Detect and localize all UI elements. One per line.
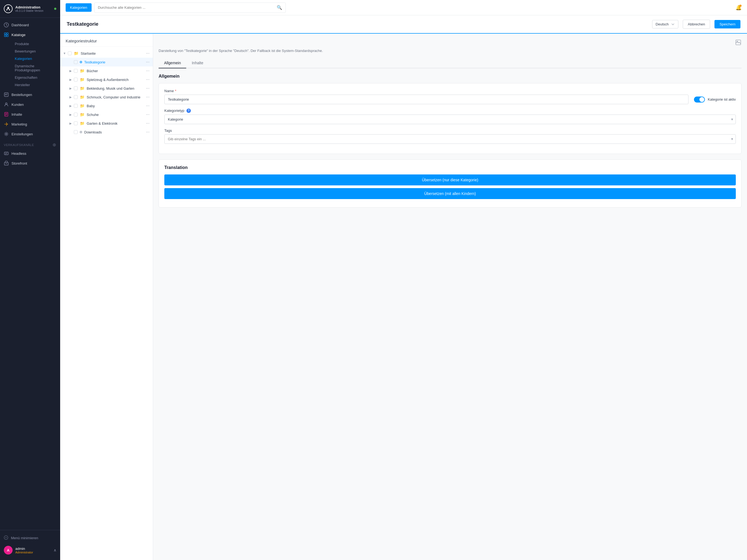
sidebar-item-marketing[interactable]: Marketing (0, 119, 60, 129)
downloads-active-dot (80, 131, 82, 133)
cat-row-startseite[interactable]: ▼ 📁 Startseite ··· (60, 49, 153, 58)
cat-row-testkategorie[interactable]: Testkategorie ··· (60, 58, 153, 67)
translate-only-button[interactable]: Übersetzen (nur diese Kategorie) (164, 175, 736, 185)
cat-row-downloads[interactable]: Downloads ··· (60, 128, 153, 136)
garten-checkbox[interactable] (74, 121, 78, 125)
buecher-menu-icon[interactable]: ··· (146, 68, 150, 73)
app-version: v6.3.1.0 Stable Version (15, 9, 44, 12)
status-dot (54, 8, 56, 10)
tab-allgemein[interactable]: Allgemein (159, 58, 186, 68)
garten-menu-icon[interactable]: ··· (146, 121, 150, 126)
channel-headless-label: Headless (11, 152, 26, 156)
spielzeug-menu-icon[interactable]: ··· (146, 77, 150, 82)
cat-row-buecher[interactable]: ▶ 📁 Bücher ··· (60, 67, 153, 75)
app-title-group: Administration v6.3.1.0 Stable Version (15, 5, 44, 12)
spielzeug-chevron-icon[interactable]: ▶ (68, 77, 73, 82)
sidebar-item-kataloge[interactable]: Kataloge (0, 30, 60, 40)
topbar-right: 🔔 (736, 5, 742, 11)
sidebar-subitem-hersteller[interactable]: Hersteller (11, 81, 60, 88)
testkategorie-menu-icon[interactable]: ··· (146, 59, 150, 65)
language-selector[interactable]: Deutsch (652, 20, 678, 28)
sidebar-item-dashboard[interactable]: Dashboard (0, 20, 60, 30)
kategorietype-select[interactable]: Kategorie (164, 114, 736, 124)
startseite-folder-icon: 📁 (74, 51, 78, 55)
sidebar-logo: Administration v6.3.1.0 Stable Version (0, 0, 60, 18)
schmuck-checkbox[interactable] (74, 95, 78, 99)
downloads-menu-icon[interactable]: ··· (146, 130, 150, 134)
testkategorie-checkbox[interactable] (74, 60, 78, 64)
spielzeug-checkbox[interactable] (74, 78, 78, 81)
startseite-menu-icon[interactable]: ··· (146, 51, 150, 56)
search-input[interactable] (98, 5, 275, 9)
name-input[interactable] (164, 95, 689, 104)
schmuck-label: Schmuck, Computer und Industrie (87, 95, 145, 99)
schuhe-checkbox[interactable] (74, 113, 78, 117)
buecher-checkbox[interactable] (74, 69, 78, 73)
translate-all-button[interactable]: Übersetzen (mit allen Kindern) (164, 188, 736, 199)
channel-storefront[interactable]: Storefront (0, 158, 60, 168)
sidebar-subitem-bewertungen[interactable]: Bewertungen (11, 48, 60, 55)
translation-title: Translation (164, 165, 736, 170)
sidebar-subitem-produkte[interactable]: Produkte (11, 40, 60, 48)
downloads-checkbox[interactable] (74, 130, 78, 134)
svg-rect-3 (4, 33, 6, 34)
bekleidung-checkbox[interactable] (74, 86, 78, 90)
startseite-checkbox[interactable] (68, 51, 72, 55)
baby-checkbox[interactable] (74, 104, 78, 108)
user-avatar: A (4, 546, 12, 555)
sidebar-item-inhalte[interactable]: Inhalte (0, 109, 60, 119)
bekleidung-menu-icon[interactable]: ··· (146, 86, 150, 91)
channel-headless[interactable]: Headless (0, 149, 60, 158)
garten-chevron-icon[interactable]: ▶ (68, 121, 73, 126)
sidebar-subitem-eigenschaften[interactable]: Eigenschaften (11, 74, 60, 81)
app-title: Administration (15, 5, 44, 9)
buecher-chevron-icon[interactable]: ▶ (68, 69, 73, 73)
sidebar-item-kunden[interactable]: Kunden (0, 100, 60, 109)
minimize-menu-button[interactable]: Menü minimieren (0, 533, 60, 543)
schuhe-chevron-icon[interactable]: ▶ (68, 112, 73, 117)
name-required: * (175, 89, 176, 93)
garten-folder-icon: 📁 (80, 121, 84, 126)
active-toggle[interactable] (694, 97, 705, 103)
sidebar-item-marketing-label: Marketing (11, 122, 27, 126)
sidebar-subitem-kategorien[interactable]: Kategorien (11, 55, 60, 62)
kategorietype-help-icon[interactable]: ? (186, 108, 191, 113)
svg-point-8 (5, 103, 7, 104)
bekleidung-chevron-icon[interactable]: ▶ (68, 86, 73, 91)
sidebar-item-inhalte-label: Inhalte (11, 112, 22, 117)
search-type-button[interactable]: Kategorien (66, 3, 92, 12)
add-channel-icon[interactable]: ⊕ (52, 142, 56, 147)
save-button[interactable]: Speichern (715, 20, 741, 28)
sidebar-item-einstellungen[interactable]: Einstellungen (0, 129, 60, 139)
page-title: Testkategorie (67, 21, 648, 27)
schmuck-menu-icon[interactable]: ··· (146, 95, 150, 100)
svg-point-10 (6, 133, 7, 135)
cat-row-spielzeug[interactable]: ▶ 📁 Spielzeug & Außenbereich ··· (60, 75, 153, 84)
schmuck-chevron-icon[interactable]: ▶ (68, 95, 73, 99)
tags-input[interactable] (164, 134, 736, 144)
cat-row-schuhe[interactable]: ▶ 📁 Schuhe ··· (60, 110, 153, 119)
schuhe-menu-icon[interactable]: ··· (146, 112, 150, 117)
baby-menu-icon[interactable]: ··· (146, 103, 150, 108)
cat-row-schmuck[interactable]: ▶ 📁 Schmuck, Computer und Industrie ··· (60, 93, 153, 101)
cat-row-bekleidung[interactable]: ▶ 📁 Bekleidung, Musik und Garten ··· (60, 84, 153, 93)
einstellungen-icon (4, 131, 9, 136)
content-area: Kategoriestruktur ▼ 📁 Startseite ··· Tes… (60, 34, 747, 560)
user-menu[interactable]: A admin Administrator ∧ (0, 543, 60, 557)
sidebar-item-bestellungen[interactable]: Bestellungen (0, 90, 60, 100)
cancel-button[interactable]: Abbrechen (683, 20, 711, 29)
tab-inhalte[interactable]: Inhalte (186, 58, 209, 68)
toggle-group: Kategorie ist aktiv (694, 89, 736, 103)
baby-chevron-icon[interactable]: ▶ (68, 104, 73, 108)
sidebar-subitem-dynamische[interactable]: Dynamische Produktgruppen (11, 62, 60, 74)
inhalte-icon (4, 112, 9, 117)
startseite-chevron-icon[interactable]: ▼ (62, 51, 67, 55)
svg-rect-12 (4, 162, 8, 165)
startseite-label: Startseite (81, 51, 145, 55)
sidebar-item-kataloge-label: Kataloge (11, 33, 25, 37)
cat-row-baby[interactable]: ▶ 📁 Baby ··· (60, 101, 153, 110)
image-button[interactable] (735, 39, 742, 47)
cat-row-garten[interactable]: ▶ 📁 Garten & Elektronik ··· (60, 119, 153, 128)
notification-button[interactable]: 🔔 (736, 5, 742, 11)
channel-storefront-label: Storefront (11, 161, 27, 166)
